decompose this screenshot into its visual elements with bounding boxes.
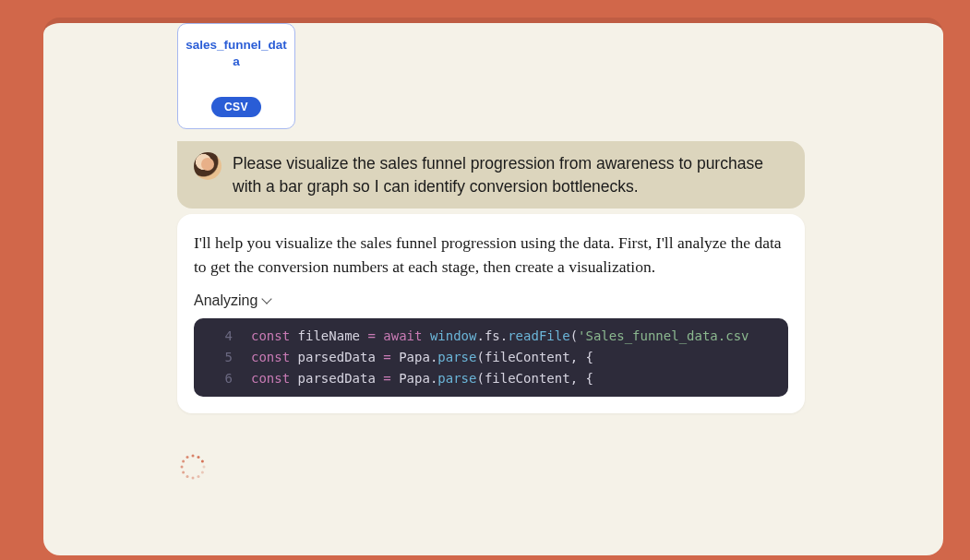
user-avatar <box>194 152 222 180</box>
user-message-row: Please visualize the sales funnel progre… <box>177 141 805 209</box>
attachment-badge: CSV <box>211 97 261 117</box>
user-message-text: Please visualize the sales funnel progre… <box>233 152 788 197</box>
attachment-card[interactable]: sales_funnel_data CSV <box>177 23 295 129</box>
code-block: 4const fileName = await window.fs.readFi… <box>194 318 788 397</box>
loading-spinner-icon <box>180 454 206 480</box>
line-number: 4 <box>207 326 233 347</box>
assistant-message-card: I'll help you visualize the sales funnel… <box>177 214 805 413</box>
code-line: 5const parsedData = Papa.parse(fileConte… <box>194 347 788 368</box>
code-line: 6const parsedData = Papa.parse(fileConte… <box>194 368 788 389</box>
chevron-down-icon <box>262 293 272 304</box>
code-content: const parsedData = Papa.parse(fileConten… <box>251 368 593 389</box>
assistant-message-text: I'll help you visualize the sales funnel… <box>194 231 788 280</box>
line-number: 6 <box>207 368 233 389</box>
code-content: const fileName = await window.fs.readFil… <box>251 326 749 347</box>
main-panel: sales_funnel_data CSV Please visualize t… <box>43 18 943 555</box>
analyzing-label: Analyzing <box>194 292 257 309</box>
code-content: const parsedData = Papa.parse(fileConten… <box>251 347 593 368</box>
line-number: 5 <box>207 347 233 368</box>
analyzing-toggle[interactable]: Analyzing <box>194 292 788 309</box>
attachment-title: sales_funnel_data <box>186 37 287 69</box>
code-line: 4const fileName = await window.fs.readFi… <box>194 326 788 347</box>
